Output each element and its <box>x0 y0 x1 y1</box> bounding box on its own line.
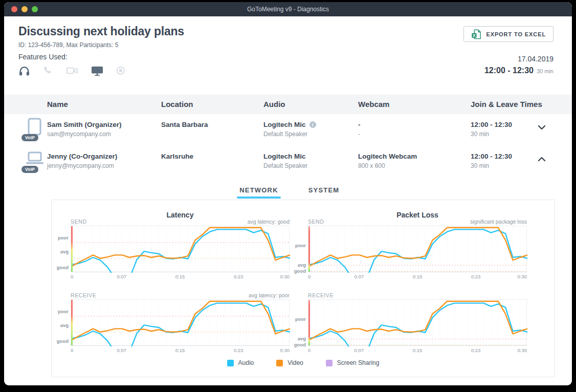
audio-device: Logitech Mic <box>263 121 306 128</box>
tab-system[interactable]: SYSTEM <box>296 186 352 194</box>
participant-location: Santa Barbara <box>161 121 208 128</box>
column-location: Location <box>161 95 193 114</box>
chart-direction-label: RECEIVE <box>308 292 334 298</box>
features-used-label: Features Used: <box>18 53 68 61</box>
webcam-resolution: - <box>358 130 361 138</box>
chart-status-label: significant package loss <box>470 219 527 225</box>
chart-status-label: avg latency: poor <box>249 292 290 298</box>
session-time-range: 12:00 - 12:30 <box>484 66 534 75</box>
audio-device: Logitech Mic <box>263 153 307 160</box>
plot-area: pooravggood <box>308 226 527 272</box>
screen-sharing-swatch <box>326 360 333 366</box>
chart-direction-label: SEND <box>71 219 87 225</box>
chart-legend: Audio Video Screen Sharing <box>52 359 555 366</box>
excel-icon <box>471 29 481 39</box>
webcam-device: Logitech Webcam <box>358 153 417 160</box>
chart-status-label: avg latency: good <box>248 219 290 225</box>
quality-gradient-bar <box>308 226 310 272</box>
audio-speaker: Default Speaker <box>263 130 316 138</box>
participant-row-jenny: VoIP Jenny (Co-Organizer) jenny@mycompan… <box>4 145 572 177</box>
participant-name: Jenny (Co-Organizer) <box>47 153 117 160</box>
page-title: Discussing next holiday plans <box>18 25 184 38</box>
expand-chevron-down-icon[interactable] <box>538 125 546 130</box>
column-webcam: Webcam <box>358 95 389 114</box>
chart-direction-label: SEND <box>308 219 324 225</box>
title-bar: GoToMeeting v9 - Diagnostics <box>4 2 572 16</box>
join-leave-times: 12:00 - 12:30 <box>471 153 512 160</box>
info-icon[interactable]: i <box>309 121 316 128</box>
quality-gradient-bar <box>71 300 73 345</box>
row-duration: 30 min <box>471 162 512 169</box>
video-swatch <box>276 360 283 366</box>
session-datetime: 17.04.2019 12:00 - 12:3030 min <box>484 55 553 75</box>
x-axis-ticks: 00:070:150:230:30 <box>308 347 527 354</box>
chart-packet-loss-send: SENDsignificant package loss pooravggood… <box>308 219 527 281</box>
participant-row-sam: VoIP Sam Smith (Organizer) sam@mycompany… <box>4 114 572 145</box>
chart-latency-receive: RECEIVEavg latency: poor pooravggood 00:… <box>71 292 290 355</box>
voip-badge: VoIP <box>21 166 38 173</box>
collapse-chevron-up-icon[interactable] <box>538 157 546 162</box>
app-window: GoToMeeting v9 - Diagnostics Discussing … <box>4 2 572 385</box>
webcam-icon <box>66 66 78 75</box>
x-axis-ticks: 00:070:150:230:30 <box>71 274 290 280</box>
features-icons <box>18 64 125 77</box>
voip-badge: VoIP <box>21 134 38 141</box>
legend-video: Video <box>276 359 303 366</box>
diagnostics-panel: Latency Packet Loss SENDavg latency: goo… <box>51 200 555 377</box>
headset-icon <box>18 65 30 76</box>
audio-swatch <box>227 360 234 366</box>
column-join-leave-times: Join & Leave Times <box>471 95 542 114</box>
chart-latency-send: SENDavg latency: good pooravggood 00:070… <box>71 219 290 281</box>
legend-screen-sharing: Screen Sharing <box>326 359 380 366</box>
meeting-meta: ID: 123-456-789, Max Participants: 5 <box>18 41 118 49</box>
participant-email: sam@mycompany.com <box>47 130 122 138</box>
quality-gradient-bar <box>308 300 310 345</box>
row-duration: 30 min <box>471 130 512 138</box>
screen-share-icon <box>91 66 103 76</box>
device-laptop-icon: VoIP <box>23 149 49 173</box>
chart-title-latency: Latency <box>71 211 290 219</box>
export-label: EXPORT TO EXCEL <box>486 31 546 37</box>
audio-speaker: Default Speaker <box>263 162 307 169</box>
window-title: GoToMeeting v9 - Diagnostics <box>4 2 572 16</box>
participant-location: Karlsruhe <box>161 153 193 160</box>
session-duration: 30 min <box>537 68 553 74</box>
plot-area: pooravggood <box>71 226 290 272</box>
chart-packet-loss-receive: RECEIVE pooravggood 00:070:150:230:30 <box>308 292 527 355</box>
column-name: Name <box>47 95 68 114</box>
participant-name: Sam Smith (Organizer) <box>47 121 122 128</box>
phone-icon <box>43 66 53 76</box>
chart-direction-label: RECEIVE <box>71 292 96 298</box>
webcam-device: - <box>358 121 361 128</box>
join-leave-times: 12:00 - 12:30 <box>471 121 512 128</box>
x-axis-ticks: 00:070:150:230:30 <box>308 274 527 280</box>
active-tab-indicator <box>237 197 281 199</box>
device-tablet-icon: VoIP <box>23 118 49 141</box>
webcam-resolution: 800 x 600 <box>358 162 417 169</box>
session-date: 17.04.2019 <box>484 55 553 63</box>
export-to-excel-button[interactable]: EXPORT TO EXCEL <box>463 26 553 42</box>
recording-icon <box>116 66 125 75</box>
tab-network[interactable]: NETWORK <box>231 186 287 194</box>
table-header: Name Location Audio Webcam Join & Leave … <box>4 95 572 114</box>
column-audio: Audio <box>263 95 285 114</box>
chart-title-packet-loss: Packet Loss <box>308 211 527 219</box>
participant-email: jenny@mycompany.com <box>47 162 117 169</box>
quality-gradient-bar <box>71 226 73 272</box>
legend-audio: Audio <box>227 359 254 366</box>
plot-area: pooravggood <box>308 299 527 346</box>
plot-area: pooravggood <box>71 299 290 346</box>
x-axis-ticks: 00:070:150:230:30 <box>71 347 290 354</box>
